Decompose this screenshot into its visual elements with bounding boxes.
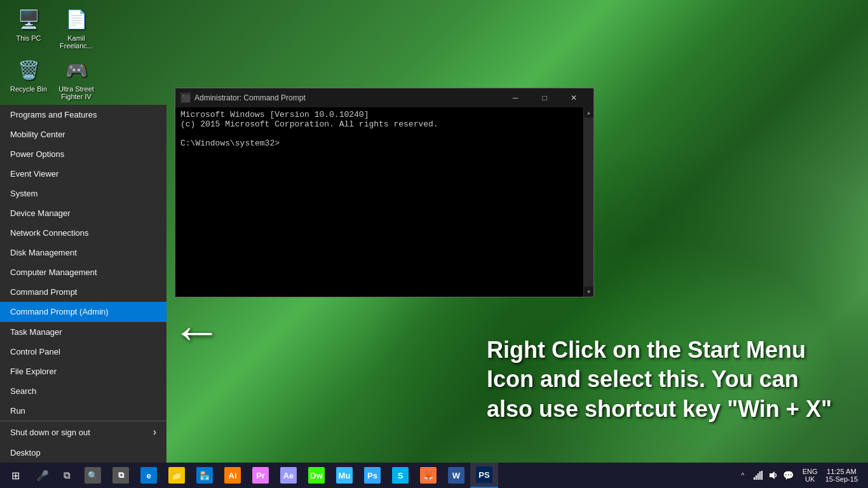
scroll-down[interactable]: ▼ — [584, 287, 594, 297]
tray-network-icon[interactable] — [752, 463, 764, 488]
menu-label-shut-down: Shut down or sign out — [10, 428, 90, 437]
menu-item-mobility-center[interactable]: Mobility Center — [0, 125, 166, 144]
menu-item-device-manager[interactable]: Device Manager — [0, 203, 166, 223]
language-indicator[interactable]: ENG UK — [800, 463, 820, 488]
svg-rect-2 — [757, 473, 759, 480]
cmd-close-button[interactable]: ✕ — [559, 88, 588, 107]
tray-volume-icon[interactable] — [767, 463, 780, 488]
menu-label-disk-management: Disk Management — [10, 248, 77, 257]
taskbar-app-photoshop[interactable]: Ps — [358, 463, 386, 488]
menu-label-programs-features: Programs and Features — [10, 110, 97, 119]
cmd-title: Administrator: Command Prompt — [194, 93, 501, 102]
menu-label-desktop: Desktop — [10, 448, 41, 458]
system-tray: ^ 💬 — [731, 463, 800, 488]
menu-item-task-manager[interactable]: Task Manager — [0, 322, 166, 342]
menu-item-run[interactable]: Run — [0, 401, 166, 421]
cortana-search-box[interactable]: 🎤 — [31, 463, 55, 488]
task-view-button[interactable]: ⧉ — [55, 463, 79, 488]
menu-item-file-explorer[interactable]: File Explorer — [0, 362, 166, 381]
taskbar-app-after-effects[interactable]: Ae — [275, 463, 302, 488]
taskbar: ⊞ 🎤 ⧉ 🔍⧉e📁🏪AiPrAeDwMuPsS🦊WPS ^ 💬 ENG UK … — [0, 463, 868, 488]
menu-item-network-connections[interactable]: Network Connections — [0, 223, 166, 243]
windows-icon: ⊞ — [11, 470, 20, 482]
start-button[interactable]: ⊞ — [0, 463, 31, 488]
menu-label-run: Run — [10, 406, 25, 416]
menu-item-command-prompt-admin[interactable]: Command Prompt (Admin) — [0, 302, 166, 322]
menu-label-computer-management: Computer Management — [10, 268, 97, 277]
photoshop-icon: Ps — [364, 467, 381, 484]
premiere-icon: Pr — [252, 467, 269, 484]
taskbar-app-powershell[interactable]: PS — [470, 463, 498, 488]
taskbar-app-dreamweaver[interactable]: Dw — [302, 463, 330, 488]
menu-label-system: System — [10, 189, 37, 198]
cmd-line-4: C:\Windows\system32> — [180, 139, 578, 148]
tray-chevron[interactable]: ^ — [736, 463, 749, 488]
file-explorer-icon: 📁 — [168, 467, 185, 484]
menu-item-command-prompt[interactable]: Command Prompt — [0, 282, 166, 302]
desktop-icon-kamil-freelanc[interactable]: 📄 Kamil Freelanc... — [54, 6, 98, 50]
menu-label-power-options: Power Options — [10, 149, 64, 159]
desktop-icon-this-pc[interactable]: 🖥️ This PC — [6, 6, 51, 42]
taskbar-app-word[interactable]: W — [442, 463, 470, 488]
scroll-up[interactable]: ▲ — [584, 107, 594, 118]
taskbar-app-muse[interactable]: Mu — [330, 463, 358, 488]
cmd-scrollbar[interactable]: ▲ ▼ — [583, 107, 593, 297]
skype-icon: S — [392, 467, 409, 484]
desktop: 🖥️ This PC 🗑️ Recycle Bin 🦊 Mozilla Fire… — [0, 0, 868, 488]
this-pc-label: This PC — [16, 34, 41, 42]
taskbar-app-cortana[interactable]: 🔍 — [79, 463, 107, 488]
menu-item-shut-down[interactable]: Shut down or sign out› — [0, 421, 166, 443]
recycle-bin-icon: 🗑️ — [16, 57, 41, 83]
menu-item-event-viewer[interactable]: Event Viewer — [0, 164, 166, 184]
menu-item-desktop[interactable]: Desktop — [0, 443, 166, 463]
menu-item-disk-management[interactable]: Disk Management — [0, 243, 166, 262]
scroll-track[interactable] — [584, 118, 593, 287]
lang-region: UK — [805, 475, 815, 483]
menu-item-power-options[interactable]: Power Options — [0, 144, 166, 164]
clock-date: 15-Sep-15 — [825, 475, 858, 483]
menu-label-search: Search — [10, 386, 36, 396]
desktop-icon-ultra-street-fighter[interactable]: 🎮 Ultra Street Fighter IV — [54, 57, 98, 100]
pinned-apps: 🔍⧉e📁🏪AiPrAeDwMuPsS🦊WPS — [79, 463, 498, 488]
menu-item-control-panel[interactable]: Control Panel — [0, 342, 166, 362]
svg-rect-3 — [759, 471, 761, 480]
clock[interactable]: 11:25 AM 15-Sep-15 — [820, 463, 863, 488]
taskbar-app-file-explorer[interactable]: 📁 — [163, 463, 191, 488]
menu-label-command-prompt: Command Prompt — [10, 287, 77, 297]
illustrator-icon: Ai — [224, 467, 241, 484]
menu-label-event-viewer: Event Viewer — [10, 169, 58, 179]
tray-notification-icon[interactable]: 💬 — [782, 463, 795, 488]
taskbar-app-firefox[interactable]: 🦊 — [414, 463, 442, 488]
firefox-icon: 🦊 — [420, 467, 437, 484]
menu-arrow-shut-down: › — [153, 426, 156, 438]
taskbar-app-task-view[interactable]: ⧉ — [107, 463, 135, 488]
cmd-window[interactable]: ⬛ Administrator: Command Prompt ─ □ ✕ Mi… — [175, 88, 594, 297]
desktop-icon-recycle-bin[interactable]: 🗑️ Recycle Bin — [6, 57, 51, 93]
cmd-line-1: Microsoft Windows [Version 10.0.10240] — [180, 110, 578, 119]
kamil-freelanc-icon: 📄 — [64, 6, 89, 32]
cmd-maximize-button[interactable]: □ — [530, 88, 559, 107]
cmd-line-3 — [180, 129, 578, 139]
taskbar-app-store[interactable]: 🏪 — [191, 463, 219, 488]
menu-label-command-prompt-admin: Command Prompt (Admin) — [10, 307, 109, 316]
taskbar-app-illustrator[interactable]: Ai — [219, 463, 247, 488]
menu-item-system[interactable]: System — [0, 184, 166, 203]
menu-item-computer-management[interactable]: Computer Management — [0, 262, 166, 282]
taskbar-app-skype[interactable]: S — [386, 463, 414, 488]
ultra-street-fighter-label: Ultra Street Fighter IV — [54, 85, 98, 100]
cmd-content[interactable]: Microsoft Windows [Version 10.0.10240] (… — [175, 107, 583, 297]
clock-time: 11:25 AM — [827, 468, 856, 475]
arrow-indicator: ← — [172, 302, 222, 361]
menu-label-mobility-center: Mobility Center — [10, 130, 65, 139]
menu-item-search[interactable]: Search — [0, 381, 166, 401]
edge-icon: e — [140, 467, 157, 484]
menu-label-task-manager: Task Manager — [10, 327, 62, 337]
menu-label-network-connections: Network Connections — [10, 228, 89, 238]
taskbar-app-premiere[interactable]: Pr — [247, 463, 275, 488]
menu-item-programs-features[interactable]: Programs and Features — [0, 105, 166, 125]
context-menu: Programs and FeaturesMobility CenterPowe… — [0, 105, 166, 463]
svg-rect-0 — [754, 477, 755, 480]
taskbar-app-edge[interactable]: e — [135, 463, 163, 488]
cmd-minimize-button[interactable]: ─ — [501, 88, 530, 107]
svg-rect-4 — [761, 471, 763, 480]
